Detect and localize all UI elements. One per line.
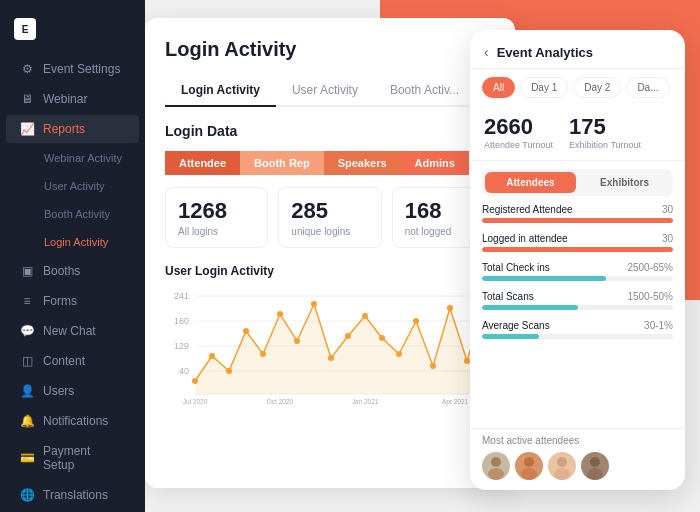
stats-row: 1268 All logins 285 unique logins 168 no… (165, 187, 495, 248)
sidebar-item-booth-activity[interactable]: Booth Activity (6, 201, 139, 227)
metric-bar-fill (482, 247, 673, 252)
svg-point-16 (521, 468, 537, 480)
metric-logged-in-attendee: Logged in attendee 30 (482, 233, 673, 252)
pill-speakers[interactable]: Speakers (324, 151, 401, 175)
data-point (362, 313, 368, 319)
metric-bar-fill (482, 218, 673, 223)
sidebar-item-label: Translations (43, 488, 108, 502)
day-pill-day3[interactable]: Da... (626, 77, 669, 98)
sidebar-item-label: Webinar (43, 92, 87, 106)
avatar-3 (548, 452, 576, 480)
tab-user-activity[interactable]: User Activity (276, 75, 374, 107)
metric-bar-fill (482, 305, 578, 310)
metric-name: Total Check ins (482, 262, 550, 273)
stat-number-all-logins: 1268 (178, 198, 255, 224)
active-attendees-section: Most active attendees (470, 428, 685, 490)
metric-name: Average Scans (482, 320, 550, 331)
sidebar-item-label: Users (43, 384, 74, 398)
metrics-list: Registered Attendee 30 Logged in attende… (470, 204, 685, 428)
avatar-1 (482, 452, 510, 480)
sidebar-item-content[interactable]: ◫ Content (6, 347, 139, 375)
metric-value: 30 (662, 204, 673, 215)
sidebar-item-label: New Chat (43, 324, 96, 338)
section-title: Login Data (165, 123, 495, 139)
data-point (396, 351, 402, 357)
sidebar-item-label: Forms (43, 294, 77, 308)
sidebar-item-users[interactable]: 👤 Users (6, 377, 139, 405)
sidebar-item-reports[interactable]: 📈 Reports (6, 115, 139, 143)
sidebar-item-webinar-activity[interactable]: Webinar Activity (6, 145, 139, 171)
avatar-4 (581, 452, 609, 480)
data-point (277, 311, 283, 317)
metric-name: Logged in attendee (482, 233, 568, 244)
tab-booth-activity[interactable]: Booth Activ... (374, 75, 475, 107)
metric-total-checkins: Total Check ins 2500-65% (482, 262, 673, 281)
exhibition-turnout-number: 175 (569, 114, 641, 140)
sidebar-item-label: User Activity (44, 180, 105, 192)
metric-value: 2500-65% (627, 262, 673, 273)
data-point (226, 368, 232, 374)
pill-attendee[interactable]: Attendee (165, 151, 240, 175)
content-icon: ◫ (20, 354, 34, 368)
main-panel: Login Activity Login Activity User Activ… (145, 18, 515, 488)
day-pill-day1[interactable]: Day 1 (520, 77, 568, 98)
exhibition-turnout: 175 Exhibition Turnout (569, 114, 641, 150)
sidebar-logo: E (0, 10, 145, 54)
metric-bar-bg (482, 247, 673, 252)
svg-text:241: 241 (174, 291, 189, 301)
data-point (311, 301, 317, 307)
sidebar-item-translations[interactable]: 🌐 Translations (6, 481, 139, 509)
sidebar-item-user-activity[interactable]: User Activity (6, 173, 139, 199)
sidebar-item-forms[interactable]: ≡ Forms (6, 287, 139, 315)
svg-text:160: 160 (174, 316, 189, 326)
most-active-label: Most active attendees (482, 435, 673, 446)
sidebar-item-new-chat[interactable]: 💬 New Chat (6, 317, 139, 345)
seg-tab-attendees[interactable]: Attendees (485, 172, 576, 193)
data-point (294, 338, 300, 344)
svg-text:Jul 2020: Jul 2020 (183, 398, 208, 405)
chart-container: User Login Activity 241 160 129 40 (165, 264, 495, 406)
analytics-header: ‹ Event Analytics (470, 30, 685, 69)
day-pill-day2[interactable]: Day 2 (573, 77, 621, 98)
sidebar-item-booths[interactable]: ▣ Booths (6, 257, 139, 285)
analytics-panel: ‹ Event Analytics All Day 1 Day 2 Da... … (470, 30, 685, 490)
sidebar-item-webinar[interactable]: 🖥 Webinar (6, 85, 139, 113)
users-icon: 👤 (20, 384, 34, 398)
data-point (260, 351, 266, 357)
sidebar-item-label: Booths (43, 264, 80, 278)
svg-text:Jan 2021: Jan 2021 (352, 398, 379, 405)
metric-value: 1500-50% (627, 291, 673, 302)
seg-tab-exhibitors[interactable]: Exhibitors (579, 172, 670, 193)
metric-registered-attendee: Registered Attendee 30 (482, 204, 673, 223)
chart-title: User Login Activity (165, 264, 495, 278)
sidebar-item-label: Reports (43, 122, 85, 136)
sidebar-item-login-activity[interactable]: Login Activity (6, 229, 139, 255)
data-point (447, 305, 453, 311)
stat-label-all-logins: All logins (178, 226, 255, 237)
pill-admins[interactable]: Admins (401, 151, 469, 175)
sidebar-item-label: Webinar Activity (44, 152, 122, 164)
logo-icon: E (14, 18, 36, 40)
page-title: Login Activity (165, 38, 495, 61)
pill-booth-rep[interactable]: Booth Rep (240, 151, 324, 175)
chart-area: 241 160 129 40 (165, 286, 495, 406)
svg-text:Apr 2021: Apr 2021 (442, 398, 469, 406)
svg-text:Oct 2020: Oct 2020 (267, 398, 294, 405)
chat-icon: 💬 (20, 324, 34, 338)
sidebar-item-payment-setup[interactable]: 💳 Payment Setup (6, 437, 139, 479)
day-pill-all[interactable]: All (482, 77, 515, 98)
svg-point-19 (590, 457, 600, 467)
segment-tabs: Attendees Exhibitors (482, 169, 673, 196)
translations-icon: 🌐 (20, 488, 34, 502)
sidebar-item-notifications[interactable]: 🔔 Notifications (6, 407, 139, 435)
forms-icon: ≡ (20, 294, 34, 308)
sidebar-item-event-settings[interactable]: ⚙ Event Settings (6, 55, 139, 83)
tab-login-activity[interactable]: Login Activity (165, 75, 276, 107)
attendee-turnout-label: Attendee Turnout (484, 140, 553, 150)
back-icon[interactable]: ‹ (484, 44, 489, 60)
booths-icon: ▣ (20, 264, 34, 278)
attendee-turnout-number: 2660 (484, 114, 553, 140)
data-point (430, 363, 436, 369)
stat-label-unique-logins: unique logins (291, 226, 368, 237)
stat-all-logins: 1268 All logins (165, 187, 268, 248)
